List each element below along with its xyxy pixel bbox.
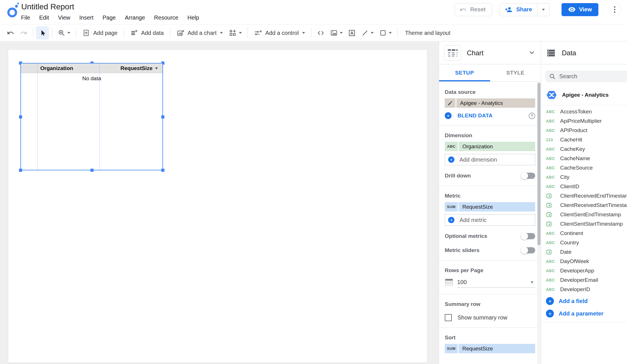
selection-handle[interactable] xyxy=(19,115,22,118)
pencil-icon[interactable] xyxy=(445,98,456,108)
add-chart-button[interactable]: Add a chart xyxy=(173,26,226,39)
panel-scrollbar-thumb[interactable] xyxy=(537,83,541,245)
field-row-DeveloperEmail[interactable]: ABCDeveloperEmail xyxy=(546,275,622,285)
menu-insert[interactable]: Insert xyxy=(75,13,98,22)
field-name: ClientReceivedEndTimestamp xyxy=(560,193,627,199)
add-a-parameter-button[interactable]: + Add a parameter xyxy=(541,308,627,319)
field-row-DeveloperID[interactable]: ABCDeveloperID xyxy=(546,285,622,294)
summary-row-label: Summary row xyxy=(445,301,535,307)
text-field-icon: ABC xyxy=(546,184,556,189)
field-row-DayOfWeek[interactable]: ABCDayOfWeek xyxy=(546,257,622,266)
drill-down-toggle[interactable] xyxy=(521,172,535,179)
select-tool-button[interactable] xyxy=(36,26,49,39)
date-field-icon xyxy=(546,249,552,255)
chevron-down-icon[interactable] xyxy=(528,48,536,58)
field-row-ClientID[interactable]: ABCClientID xyxy=(546,182,622,191)
menu-page[interactable]: Page xyxy=(98,13,120,22)
url-embed-button[interactable] xyxy=(314,26,327,39)
field-row-Date[interactable]: Date xyxy=(546,247,622,257)
field-row-ClientReceivedStartTimestamp[interactable]: ClientReceivedStartTimestamp xyxy=(546,200,622,210)
add-page-button[interactable]: Add page xyxy=(79,26,121,39)
field-name: ClientSentEndTimestamp xyxy=(560,211,621,218)
tab-style[interactable]: STYLE xyxy=(490,64,541,81)
share-button[interactable]: Share xyxy=(499,3,550,16)
undo-button[interactable] xyxy=(4,26,17,39)
insert-shape-button[interactable] xyxy=(376,26,395,39)
insert-line-button[interactable] xyxy=(359,26,376,39)
field-row-ApiPriceMultiplier[interactable]: ABCApiPriceMultiplier xyxy=(546,116,622,126)
insert-text-button[interactable] xyxy=(346,26,359,39)
sum-aggregation-badge: SUM xyxy=(445,202,458,211)
redo-button[interactable] xyxy=(17,26,30,39)
field-row-APIProduct[interactable]: ABCAPIProduct xyxy=(546,126,622,135)
selection-handle[interactable] xyxy=(19,169,22,172)
reset-button[interactable]: Reset xyxy=(455,3,492,16)
tab-setup[interactable]: SETUP xyxy=(439,64,490,81)
view-button[interactable]: View xyxy=(562,3,598,16)
menu-resource[interactable]: Resource xyxy=(150,13,183,22)
report-canvas-page[interactable]: Organization RequestSize No data xyxy=(8,49,427,363)
eye-icon xyxy=(568,6,576,13)
menu-edit[interactable]: Edit xyxy=(35,13,53,22)
field-row-AccessToken[interactable]: ABCAccessToken xyxy=(546,107,622,116)
table-column-organization[interactable]: Organization xyxy=(40,65,73,71)
section-divider xyxy=(439,260,541,261)
chart-properties-panel: Chart SETUP STYLE Data source Apigee - A… xyxy=(439,42,541,364)
selection-handle[interactable] xyxy=(161,115,164,118)
field-row-CacheKey[interactable]: ABCCacheKey xyxy=(546,144,622,154)
share-main[interactable]: Share xyxy=(500,3,537,16)
add-metric-button[interactable]: + Add metric xyxy=(445,214,535,226)
sort-chip[interactable]: SUM RequestSize xyxy=(445,344,535,353)
table-column-requestsize[interactable]: RequestSize xyxy=(120,65,158,71)
dimension-chip[interactable]: ABC Organization xyxy=(445,142,535,151)
search-input[interactable] xyxy=(559,73,622,80)
add-data-button[interactable]: Add data xyxy=(127,26,167,39)
field-row-ClientSentStartTimestamp[interactable]: ClientSentStartTimestamp xyxy=(546,219,622,228)
field-row-CacheHit[interactable]: 123CacheHit xyxy=(546,135,622,144)
report-title[interactable]: Untitled Report xyxy=(21,2,74,11)
zoom-tool-button[interactable] xyxy=(55,26,73,39)
data-source-chip[interactable]: Apigee - Analytics xyxy=(445,98,535,108)
add-control-button[interactable]: Add a control xyxy=(251,26,308,39)
field-row-CacheSource[interactable]: ABCCacheSource xyxy=(546,163,622,172)
community-viz-icon xyxy=(229,29,237,37)
selection-handle[interactable] xyxy=(161,169,164,172)
field-row-City[interactable]: ABCCity xyxy=(546,172,622,182)
add-dimension-button[interactable]: + Add dimension xyxy=(445,154,535,165)
chart-panel-header[interactable]: Chart xyxy=(439,42,541,64)
menu-arrange[interactable]: Arrange xyxy=(120,13,149,22)
field-row-Continent[interactable]: ABCContinent xyxy=(546,228,622,238)
menu-file[interactable]: File xyxy=(16,13,35,22)
rows-per-page-select[interactable]: 100 xyxy=(445,277,535,288)
help-icon[interactable]: ? xyxy=(529,113,535,119)
blend-data-button[interactable]: BLEND DATA xyxy=(457,113,493,119)
community-visualizations-button[interactable] xyxy=(226,26,245,39)
menu-help[interactable]: Help xyxy=(183,13,204,22)
field-list: ABCAccessTokenABCApiPriceMultiplierABCAP… xyxy=(541,107,627,294)
field-row-ClientSentEndTimestamp[interactable]: ClientSentEndTimestamp xyxy=(546,210,622,219)
data-source-row[interactable]: Apigee - Analytics xyxy=(546,89,622,101)
field-row-ClientReceivedEndTimestamp[interactable]: ClientReceivedEndTimestamp xyxy=(546,191,622,200)
section-divider xyxy=(439,186,541,186)
menu-view[interactable]: View xyxy=(54,13,75,22)
selected-table-chart[interactable]: Organization RequestSize No data xyxy=(20,63,163,170)
insert-image-button[interactable] xyxy=(327,26,346,39)
selection-handle[interactable] xyxy=(90,169,94,172)
share-dropdown-button[interactable] xyxy=(537,3,549,16)
field-name: CacheHit xyxy=(560,137,582,143)
field-row-DeveloperApp[interactable]: ABCDeveloperApp xyxy=(546,266,622,275)
field-row-CacheName[interactable]: ABCCacheName xyxy=(546,154,622,163)
field-search-box[interactable] xyxy=(545,71,627,82)
add-a-field-button[interactable]: + Add a field xyxy=(541,296,627,306)
workspace[interactable]: Organization RequestSize No data xyxy=(0,42,439,364)
optional-metrics-toggle[interactable] xyxy=(521,232,535,240)
metric-sliders-toggle[interactable] xyxy=(521,247,535,254)
field-row-Country[interactable]: ABCCountry xyxy=(546,238,622,247)
theme-and-layout-button[interactable]: Theme and layout xyxy=(401,26,455,39)
data-panel: Data Apigee - Analytics ABCAccessTokenAB… xyxy=(541,42,627,364)
metric-chip[interactable]: SUM RequestSize xyxy=(445,202,535,211)
kebab-menu-button[interactable] xyxy=(608,3,621,16)
search-icon xyxy=(549,73,556,80)
data-list-icon xyxy=(546,48,556,58)
summary-row-checkbox[interactable] xyxy=(445,314,452,321)
